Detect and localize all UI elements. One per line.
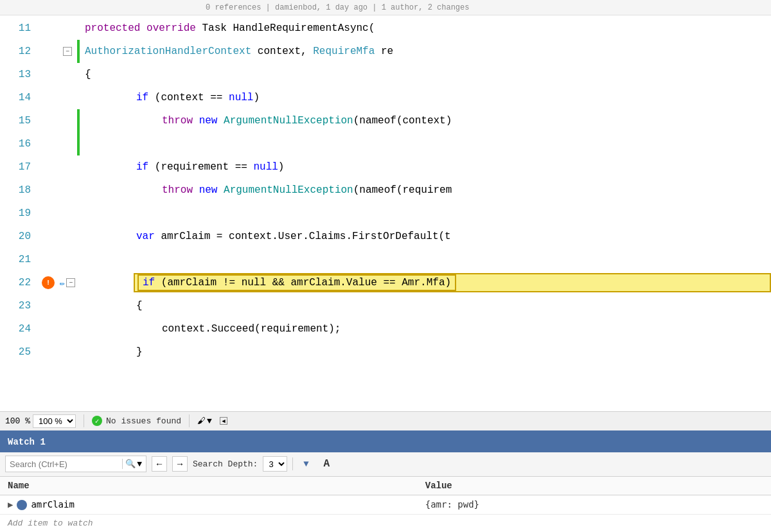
- watch-header: Watch 1: [0, 432, 771, 452]
- search-btn[interactable]: 🔍 ▼: [122, 459, 142, 469]
- no-issues-text: No issues found: [106, 416, 181, 426]
- code-token: (nameof(requirem: [353, 184, 452, 196]
- check-icon: ✓: [92, 416, 102, 426]
- code-token: throw: [162, 184, 193, 196]
- line-number: 25: [0, 346, 39, 358]
- status-divider: [84, 414, 84, 427]
- code-token: new: [199, 115, 218, 127]
- line-code: if (amrClaim != null && amrClaim.Value =…: [137, 274, 456, 291]
- collapse-btn[interactable]: −: [66, 278, 75, 287]
- status-bar: 100 % 100 % ✓ No issues found 🖌 ▼ ◀: [0, 411, 771, 430]
- line-number: 22: [0, 277, 39, 288]
- line-code-container: }: [134, 346, 771, 358]
- watch-item-name-cell: ▶amrClaim: [0, 495, 418, 514]
- green-bar-area: [77, 63, 82, 86]
- line-number: 23: [0, 300, 39, 312]
- meta-bar-text: 0 references | damienbod, 1 day ago | 1 …: [206, 3, 469, 12]
- green-bar-area: [77, 317, 82, 341]
- line-code: AuthorizationHandlerContext context, Req…: [82, 46, 771, 57]
- col-name-header: Name: [0, 477, 418, 495]
- line-code-container: {: [134, 300, 771, 312]
- search-box[interactable]: 🔍 ▼: [5, 456, 146, 472]
- green-bar-area: [77, 294, 82, 317]
- code-line: 13{: [0, 63, 771, 86]
- code-line: 17if (requirement == null): [0, 155, 771, 179]
- collapse-btn[interactable]: −: [63, 47, 72, 56]
- search-dropdown-arrow: ▼: [137, 459, 142, 469]
- code-token: AuthorizationHandlerContext: [85, 46, 251, 57]
- code-token: [140, 22, 146, 34]
- code-token: null: [229, 92, 253, 103]
- code-token: override: [146, 22, 196, 34]
- line-number: 12: [0, 46, 39, 57]
- green-bar-area: [77, 40, 82, 63]
- line-number: 16: [0, 138, 39, 150]
- filter-btn[interactable]: ▼: [298, 456, 314, 472]
- code-token: null: [253, 161, 278, 173]
- forward-btn[interactable]: →: [172, 456, 188, 472]
- code-line: 14if (context == null): [0, 86, 771, 109]
- line-code-container: AuthorizationHandlerContext context, Req…: [82, 46, 771, 57]
- line-code: context.Succeed(requirement);: [159, 323, 771, 335]
- code-content: 11protected override Task HandleRequirem…: [0, 15, 771, 411]
- code-token: throw: [162, 115, 193, 127]
- green-bar-area: [77, 132, 82, 155]
- scroll-left-btn[interactable]: ◀: [220, 417, 227, 425]
- gutter: !: [39, 276, 58, 289]
- back-btn[interactable]: ←: [152, 456, 167, 472]
- green-bar-area: [77, 341, 82, 364]
- code-token: re: [375, 46, 393, 57]
- code-token: var: [136, 231, 155, 242]
- line-code: throw new ArgumentNullException(nameof(r…: [159, 184, 771, 196]
- paint-icon-btn[interactable]: 🖌 ▼: [197, 416, 212, 426]
- watch-table: Name Value ▶amrClaim{amr: pwd}: [0, 477, 771, 515]
- code-line: 25}: [0, 341, 771, 364]
- code-line: 11protected override Task HandleRequirem…: [0, 17, 771, 40]
- code-token: if: [136, 161, 148, 173]
- line-code: throw new ArgumentNullException(nameof(c…: [159, 115, 771, 127]
- line-code-container: if (context == null): [134, 92, 771, 103]
- font-size-btn[interactable]: A: [319, 456, 334, 472]
- line-number: 13: [0, 69, 39, 80]
- code-token: {: [85, 69, 91, 80]
- code-token: (amrClaim != null && amrClaim.Value == A…: [155, 277, 451, 288]
- code-token: Task HandleRequirementAsync(: [196, 22, 375, 34]
- line-code: protected override Task HandleRequiremen…: [82, 22, 771, 34]
- code-token: if: [136, 92, 148, 103]
- code-token: ArgumentNullException: [224, 115, 353, 127]
- code-token: [217, 184, 224, 196]
- code-token: (context ==: [148, 92, 229, 103]
- watch-table-row[interactable]: ▶amrClaim{amr: pwd}: [0, 495, 771, 514]
- search-icon: 🔍: [125, 459, 136, 469]
- line-number: 11: [0, 22, 39, 34]
- line-number: 20: [0, 231, 39, 242]
- code-line: 16: [0, 132, 771, 155]
- code-token: (requirement ==: [148, 161, 253, 173]
- no-issues-status: ✓ No issues found: [92, 416, 181, 426]
- line-code-container: {: [82, 69, 771, 80]
- edit-icon: ✏: [60, 278, 65, 288]
- gutter2: −: [58, 47, 77, 56]
- code-token: ): [278, 161, 285, 173]
- code-token: if: [143, 277, 155, 288]
- code-token: RequireMfa: [313, 46, 375, 57]
- green-bar-area: [77, 271, 82, 294]
- line-code: var amrClaim = context.User.Claims.First…: [134, 231, 771, 242]
- green-bar-area: [77, 248, 82, 271]
- code-line: 19: [0, 202, 771, 225]
- depth-select[interactable]: 3 1 2 4 5: [263, 456, 287, 472]
- green-bar: [77, 40, 80, 63]
- line-code-container: protected override Task HandleRequiremen…: [82, 22, 771, 34]
- watch-item-value-cell: {amr: pwd}: [418, 495, 771, 514]
- green-bar-area: [77, 155, 82, 179]
- code-token: context,: [251, 46, 313, 57]
- zoom-dropdown[interactable]: 100 %: [33, 414, 76, 428]
- add-watch-item[interactable]: Add item to watch: [0, 515, 771, 532]
- line-code-container: if (amrClaim != null && amrClaim.Value =…: [134, 273, 771, 292]
- zoom-control[interactable]: 100 % 100 %: [5, 414, 76, 428]
- search-input[interactable]: [10, 459, 120, 469]
- code-token: protected: [85, 22, 140, 34]
- green-bar-area: [77, 225, 82, 248]
- watch-title: Watch 1: [8, 437, 46, 447]
- expand-arrow[interactable]: ▶: [8, 500, 13, 510]
